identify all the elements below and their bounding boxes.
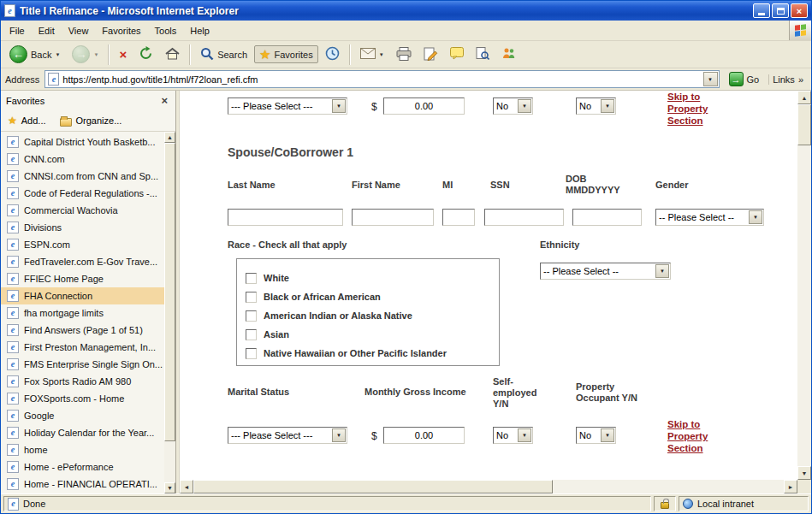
back-button[interactable]: ← Back ▼ (4, 43, 65, 66)
scroll-up-button[interactable]: ▲ (164, 132, 175, 143)
favorite-item[interactable]: eCommercial Wachovia (1, 202, 164, 219)
marital-status-select[interactable]: --- Please Select --- ▼ (228, 427, 347, 444)
favorite-item[interactable]: eFirst Preston Management, In... (1, 339, 164, 356)
gender-select[interactable]: -- Please Select -- ▼ (655, 209, 764, 226)
race-black-checkbox[interactable] (246, 292, 257, 303)
maximize-button[interactable] (772, 3, 789, 18)
favorite-item[interactable]: eFMS Enterprise Single Sign On... (1, 356, 164, 373)
address-dropdown-button[interactable]: ▼ (703, 72, 718, 86)
mail-button[interactable]: ▼ (355, 45, 389, 63)
home-button[interactable] (160, 44, 185, 65)
scrollbar-track[interactable] (164, 143, 175, 482)
scrollbar-thumb[interactable] (164, 143, 175, 441)
skip-to-property-link[interactable]: Skip to Property Section (667, 91, 722, 127)
favorite-item[interactable]: eFFIEC Home Page (1, 270, 164, 287)
links-chevron-icon[interactable]: » (798, 74, 803, 85)
add-favorite-button[interactable]: ★ Add... (8, 115, 46, 126)
favorite-item[interactable]: eFedTraveler.com E-Gov Trave... (1, 253, 164, 270)
monthly-gross-income-input[interactable] (383, 427, 465, 444)
self-employed-select[interactable]: No ▼ (493, 427, 533, 444)
favorite-item[interactable]: eCNN.com (1, 151, 164, 168)
menu-favorites[interactable]: Favorites (95, 22, 147, 39)
scroll-up-button[interactable]: ▲ (797, 91, 811, 104)
favorite-item[interactable]: eCNNSI.com from CNN and Sp... (1, 168, 164, 185)
favorite-item[interactable]: eCapital District Youth Basketb... (1, 133, 164, 151)
skip-to-property-link[interactable]: Skip to Property Section (667, 418, 722, 454)
scroll-left-button[interactable]: ◄ (180, 480, 193, 493)
scroll-down-button[interactable]: ▼ (797, 466, 811, 480)
favorite-item[interactable]: eFox Sports Radio AM 980 (1, 373, 164, 390)
favorites-scrollbar: ▲ ▼ (164, 132, 175, 493)
race-white-checkbox[interactable] (246, 273, 257, 284)
back-dropdown-icon[interactable]: ▼ (55, 52, 60, 57)
favorite-item[interactable]: eESPN.com (1, 236, 164, 253)
favorites-panel-close-button[interactable]: × (158, 94, 170, 107)
ssn-input[interactable] (484, 209, 564, 226)
ie-e-glyph: e (11, 499, 15, 508)
scrollbar-thumb[interactable] (797, 104, 811, 145)
borrower-marital-status-select[interactable]: --- Please Select --- ▼ (228, 97, 347, 115)
favorite-item[interactable]: eFind Answers (Page 1 of 51) (1, 322, 164, 339)
address-url[interactable]: https://entp.hud.gov/title1/html/f72loan… (62, 74, 699, 85)
menu-view[interactable]: View (62, 22, 96, 39)
menu-edit[interactable]: Edit (32, 22, 62, 39)
first-name-input[interactable] (352, 209, 434, 226)
mail-dropdown-icon[interactable]: ▼ (379, 52, 384, 57)
property-occupant-select[interactable]: No ▼ (576, 427, 616, 444)
race-american-indian-checkbox[interactable] (246, 310, 257, 322)
favorite-item[interactable]: efha mortgage limits (1, 304, 164, 322)
race-pacific-islander-checkbox[interactable] (246, 348, 257, 359)
last-name-input[interactable] (228, 209, 343, 226)
favorite-item[interactable]: eGoogle (1, 407, 164, 424)
dropdown-arrow-icon[interactable]: ▼ (655, 264, 669, 278)
ethnicity-select[interactable]: -- Please Select -- ▼ (540, 263, 671, 280)
menu-help[interactable]: Help (183, 22, 216, 39)
links-toolbar[interactable]: Links » (768, 74, 807, 85)
dropdown-arrow-icon[interactable]: ▼ (332, 99, 346, 113)
go-button[interactable]: → Go (725, 71, 764, 87)
print-button[interactable] (391, 44, 417, 65)
refresh-button[interactable] (133, 44, 158, 65)
menu-tools[interactable]: Tools (148, 22, 184, 39)
favorite-item[interactable]: ehome (1, 441, 164, 458)
race-asian-checkbox[interactable] (246, 329, 257, 340)
scrollbar-thumb[interactable] (193, 480, 553, 493)
scroll-down-button[interactable]: ▼ (164, 482, 175, 493)
search-button[interactable]: Search (195, 44, 252, 65)
favorite-item-selected[interactable]: eFHA Connection (1, 287, 164, 304)
dropdown-arrow-icon[interactable]: ▼ (749, 210, 762, 224)
favorite-item[interactable]: eHome - ePeformance (1, 458, 164, 476)
messenger-button[interactable] (496, 44, 521, 64)
favorite-item[interactable]: eDivisions (1, 219, 164, 236)
borrower-income-input[interactable] (383, 97, 465, 115)
menu-file[interactable]: File (3, 22, 32, 39)
mi-input[interactable] (442, 209, 475, 226)
dropdown-arrow-icon[interactable]: ▼ (601, 428, 614, 442)
close-button[interactable]: × (791, 3, 808, 18)
research-button[interactable] (471, 44, 495, 65)
dropdown-arrow-icon[interactable]: ▼ (332, 428, 346, 442)
select-value: -- Please Select -- (543, 266, 655, 276)
dob-input[interactable] (572, 209, 642, 226)
dropdown-arrow-icon[interactable]: ▼ (518, 99, 531, 113)
minimize-button[interactable] (753, 3, 770, 18)
minimize-icon (758, 13, 765, 15)
race-option-row: Black or African American (246, 287, 499, 306)
favorites-button[interactable]: ★ Favorites (254, 45, 318, 63)
favorite-item[interactable]: eHome - FINANCIAL OPERATI... (1, 476, 164, 493)
discuss-button[interactable] (445, 44, 469, 64)
forward-button[interactable]: → ▼ (67, 43, 104, 66)
dropdown-arrow-icon[interactable]: ▼ (518, 428, 531, 442)
favorite-item[interactable]: eHoliday Calendar for the Year... (1, 424, 164, 441)
stop-button[interactable]: × (114, 45, 132, 63)
dropdown-arrow-icon[interactable]: ▼ (601, 99, 614, 113)
favorite-item[interactable]: eCode of Federal Regulations -... (1, 185, 164, 202)
address-input[interactable]: e https://entp.hud.gov/title1/html/f72lo… (44, 70, 719, 88)
favorite-item[interactable]: eFOXSports.com - Home (1, 390, 164, 407)
scroll-right-button[interactable]: ► (784, 480, 797, 493)
borrower-self-employed-select[interactable]: No ▼ (493, 97, 533, 115)
history-button[interactable] (320, 44, 345, 65)
borrower-occupant-select[interactable]: No ▼ (576, 97, 616, 115)
organize-favorites-button[interactable]: Organize... (60, 115, 122, 127)
edit-button[interactable] (418, 44, 443, 65)
